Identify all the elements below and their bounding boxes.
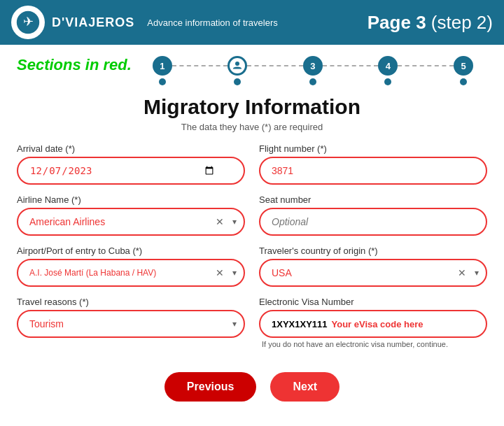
flight-number-input[interactable] [259,157,487,185]
progress-bar: 1 3 4 5 [139,56,487,85]
travel-reasons-select[interactable]: Tourism [17,310,245,338]
step-connector-3 [323,65,379,66]
step-4: 4 [378,56,398,85]
airline-label: Airline Name (*) [17,194,245,205]
airport-group: Airport/Port of entry to Cuba (*) A.I. J… [17,246,245,287]
step-circle-1: 1 [153,56,172,76]
airline-clear-icon[interactable]: ✕ [216,216,224,227]
travel-reasons-wrapper[interactable]: Tourism ▾ [17,310,245,338]
seat-group: Seat number [259,194,487,236]
svg-text:✈: ✈ [23,15,34,29]
step-dot-2 [234,78,241,85]
button-row: Previous Next [17,372,487,402]
country-select[interactable]: USA [259,259,487,287]
evisa-input-display[interactable]: 1XYX1XY111 Your eVisa code here [259,310,487,338]
step-circle-4: 4 [378,56,398,76]
step-dot-4 [384,78,391,85]
airport-wrapper[interactable]: A.I. José Martí (La Habana / HAV) ✕ ▾ [17,259,245,287]
svg-point-2 [235,62,239,66]
step-1: 1 [153,56,172,85]
airport-select[interactable]: A.I. José Martí (La Habana / HAV) [17,259,245,287]
airline-group: Airline Name (*) American Airlines ✕ ▾ [17,194,245,236]
arrival-date-group: Arrival date (*) [17,143,245,185]
brand-name: D'VIAJEROS [52,15,134,30]
arrival-date-input[interactable] [17,157,245,185]
country-clear-icon[interactable]: ✕ [458,267,466,278]
header-subtitle: Advance information of travelers [147,17,277,28]
step-connector-1 [172,65,228,66]
step-circle-5: 5 [454,56,473,76]
country-wrapper[interactable]: USA ✕ ▾ [259,259,487,287]
next-button[interactable]: Next [270,372,340,402]
step-3: 3 [303,56,323,85]
airline-select[interactable]: American Airlines [17,208,245,236]
content: Sections in red. 1 3 4 [0,45,504,416]
header-page: Page 3 (step 2) [368,12,493,34]
header: ✈ D'VIAJEROS Advance information of trav… [0,0,504,45]
step-circle-3: 3 [303,56,323,76]
sections-label: Sections in red. [17,56,132,81]
step-connector-4 [398,65,454,66]
seat-wrapper[interactable] [259,208,487,236]
step-5: 5 [454,56,473,85]
evisa-label: Electronic Visa Number [259,297,487,307]
step-dot-3 [309,78,316,85]
page-title: Migratory Information [17,95,487,119]
step-2 [227,56,247,85]
flight-number-wrapper[interactable] [259,157,487,185]
arrival-date-label: Arrival date (*) [17,143,245,154]
arrival-date-wrapper[interactable] [17,157,245,185]
evisa-hint: Your eVisa code here [332,319,424,329]
country-label: Traveler's country of origin (*) [259,246,487,256]
flight-number-label: Flight number (*) [259,143,487,154]
airport-clear-icon[interactable]: ✕ [216,267,224,278]
evisa-code: 1XYX1XY111 [272,319,328,329]
evisa-note: If you do not have an electronic visa nu… [259,340,487,348]
form-grid: Arrival date (*) Flight number (*) Airli… [17,143,487,358]
flight-number-group: Flight number (*) [259,143,487,185]
evisa-group: Electronic Visa Number 1XYX1XY111 Your e… [259,297,487,348]
previous-button[interactable]: Previous [164,372,257,402]
step-dot-1 [159,78,166,85]
airport-label: Airport/Port of entry to Cuba (*) [17,246,245,256]
country-group: Traveler's country of origin (*) USA ✕ ▾ [259,246,487,287]
seat-input[interactable] [259,208,487,236]
step-dot-5 [460,78,467,85]
page-subtitle: The data they have (*) are required [17,122,487,132]
travel-reasons-group: Travel reasons (*) Tourism ▾ [17,297,245,348]
seat-label: Seat number [259,194,487,205]
step-circle-2 [227,56,247,76]
airline-wrapper[interactable]: American Airlines ✕ ▾ [17,208,245,236]
travel-reasons-label: Travel reasons (*) [17,297,245,307]
step-connector-2 [247,65,303,66]
top-row: Sections in red. 1 3 4 [17,56,487,92]
logo: ✈ [11,6,45,39]
